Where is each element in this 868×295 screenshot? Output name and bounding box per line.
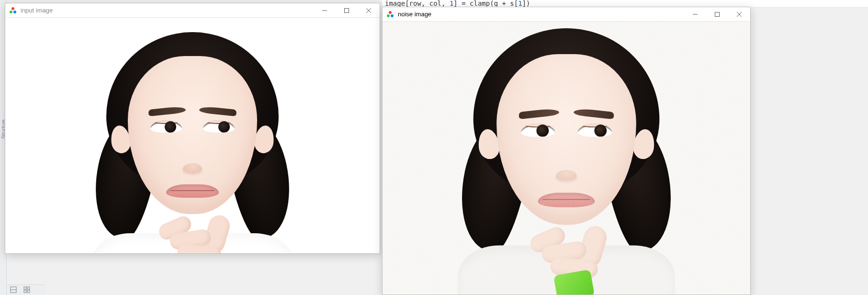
svg-rect-2 [24,287,26,289]
svg-point-6 [11,7,14,10]
maximize-button[interactable] [336,3,358,17]
portrait-illustration [58,18,327,253]
maximize-button[interactable] [706,7,728,21]
window-noise-image[interactable]: noise image [382,7,751,295]
close-button[interactable] [358,3,380,17]
svg-point-13 [389,11,392,14]
window-title: input image [20,7,314,14]
window-title: noise image [397,11,684,18]
image-viewport [383,22,750,295]
minimize-button[interactable] [684,7,706,21]
ide-bottom-toolbar [7,284,45,295]
layout-icon[interactable] [9,285,18,295]
grid-icon[interactable] [22,285,32,295]
window-controls [684,7,750,21]
opencv-icon [386,11,394,18]
svg-rect-10 [345,8,349,12]
code-editor-line: image[row, col, 1] = clamp(g + s[1]) [382,0,868,7]
svg-point-15 [391,14,394,17]
portrait-illustration [422,22,711,295]
opencv-icon [9,7,17,14]
titlebar[interactable]: input image [5,3,380,18]
svg-point-14 [387,14,390,17]
minimize-button[interactable] [314,3,336,17]
svg-point-7 [10,11,12,13]
close-button[interactable] [728,7,750,21]
image-viewport [5,18,380,253]
svg-rect-17 [715,12,720,16]
svg-rect-3 [27,287,30,289]
svg-rect-5 [27,290,30,293]
titlebar[interactable]: noise image [383,7,750,22]
svg-rect-4 [24,290,26,293]
svg-point-8 [13,11,16,13]
window-input-image[interactable]: input image [5,3,380,254]
window-controls [314,3,380,17]
